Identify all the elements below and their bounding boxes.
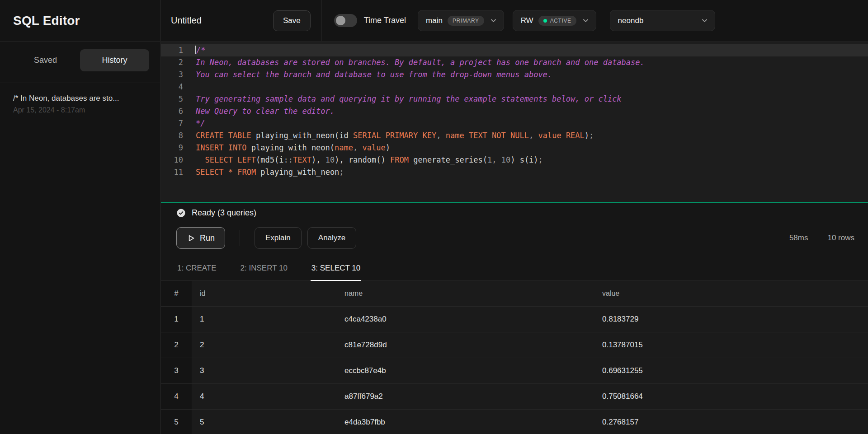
result-tab[interactable]: 1: CREATE (176, 260, 217, 280)
explain-button[interactable]: Explain (255, 227, 302, 249)
table-cell: 1 (192, 315, 336, 324)
line-number: 8 (161, 130, 189, 142)
column-header: id (192, 289, 336, 298)
code-text: SELECT LEFT(md5(i::TEXT), 10), random() … (189, 154, 543, 166)
code-line[interactable]: 1/* (161, 44, 868, 56)
lower-panel: Ready (3 queries) Run Explain Analyze 58… (161, 203, 868, 434)
query-duration: 58ms (789, 233, 808, 243)
toolbar: Untitled Save Time Travel main PRIMARY R… (161, 0, 868, 42)
code-line[interactable]: 9INSERT INTO playing_with_neon(name, val… (161, 142, 868, 154)
table-row[interactable]: 44a87ff679a20.75081664 (161, 384, 868, 410)
sidebar-tab-history[interactable]: History (80, 49, 149, 71)
table-row[interactable]: 22c81e728d9d0.13787015 (161, 332, 868, 358)
column-header: value (594, 289, 868, 298)
active-badge: ACTIVE (538, 16, 576, 26)
line-number: 4 (161, 81, 189, 93)
row-number: 1 (161, 307, 192, 332)
table-cell: 5 (192, 418, 336, 427)
history-list: /* In Neon, databases are sto...Apr 15, … (0, 83, 160, 125)
actions-row: Run Explain Analyze 58ms 10 rows (161, 227, 868, 249)
code-text: SELECT * FROM playing_with_neon; (189, 166, 344, 178)
line-number: 9 (161, 142, 189, 154)
code-editor[interactable]: 1/*2In Neon, databases are stored on bra… (161, 42, 868, 202)
code-text (189, 81, 196, 93)
line-number: 1 (161, 44, 189, 56)
results-body: 11c4ca4238a00.818372922c81e728d9d0.13787… (161, 307, 868, 434)
editor-lines: 1/*2In Neon, databases are stored on bra… (161, 44, 868, 178)
time-travel-toggle[interactable] (334, 14, 357, 27)
code-line[interactable]: 8CREATE TABLE playing_with_neon(id SERIA… (161, 130, 868, 142)
history-item-preview: /* In Neon, databases are sto... (13, 94, 147, 103)
sidebar-header: SQL Editor (0, 0, 160, 42)
result-tab[interactable]: 3: SELECT 10 (311, 260, 361, 280)
code-text: INSERT INTO playing_with_neon(name, valu… (189, 142, 390, 154)
table-row[interactable]: 33eccbc87e4b0.69631255 (161, 358, 868, 384)
code-line[interactable]: 5Try generating sample data and querying… (161, 93, 868, 105)
code-line[interactable]: 11SELECT * FROM playing_with_neon; (161, 166, 868, 178)
column-header: name (336, 289, 594, 298)
time-travel-label: Time Travel (364, 16, 406, 25)
code-text: CREATE TABLE playing_with_neon(id SERIAL… (189, 130, 594, 142)
code-line[interactable]: 4 (161, 81, 868, 93)
line-number: 7 (161, 117, 189, 130)
column-header: # (161, 281, 192, 306)
row-number: 3 (161, 358, 192, 383)
row-number: 4 (161, 384, 192, 409)
history-item-date: Apr 15, 2024 - 8:17am (13, 106, 147, 114)
table-cell: c4ca4238a0 (336, 315, 594, 324)
active-badge-label: ACTIVE (550, 18, 571, 24)
code-text: You can select the branch and database t… (189, 69, 552, 81)
line-number: 10 (161, 154, 189, 166)
table-cell: 0.2768157 (594, 418, 868, 427)
code-line[interactable]: 3You can select the branch and database … (161, 69, 868, 81)
toggle-knob (336, 16, 345, 25)
row-number: 2 (161, 332, 192, 358)
page-title: SQL Editor (13, 14, 80, 28)
code-line[interactable]: 2In Neon, databases are stored on branch… (161, 56, 868, 69)
table-cell: 0.13787015 (594, 341, 868, 350)
save-button[interactable]: Save (273, 10, 311, 31)
code-text: Try generating sample data and querying … (189, 93, 622, 105)
active-status-dot (543, 19, 547, 23)
editor-results-divider (161, 202, 868, 203)
play-icon (187, 234, 195, 243)
database-name: neondb (618, 16, 644, 25)
status-message: Ready (3 queries) (192, 208, 256, 218)
actions-divider (240, 230, 240, 246)
line-number: 3 (161, 69, 189, 81)
table-cell: 0.69631255 (594, 366, 868, 375)
table-row[interactable]: 55e4da3b7fbb0.2768157 (161, 410, 868, 434)
branch-selector[interactable]: main PRIMARY (418, 10, 504, 31)
history-item[interactable]: /* In Neon, databases are sto...Apr 15, … (0, 83, 160, 125)
table-cell: 0.8183729 (594, 315, 868, 324)
result-tab[interactable]: 2: INSERT 10 (240, 260, 288, 280)
table-cell: e4da3b7fbb (336, 418, 594, 427)
check-circle-icon (176, 208, 186, 218)
run-button[interactable]: Run (176, 227, 225, 249)
query-title[interactable]: Untitled (171, 15, 264, 26)
database-selector[interactable]: neondb (610, 10, 715, 31)
sidebar-tab-saved[interactable]: Saved (11, 49, 80, 71)
sidebar-tabs: SavedHistory (11, 49, 149, 71)
chevron-down-icon (700, 16, 709, 25)
line-number: 11 (161, 166, 189, 178)
run-label: Run (200, 233, 215, 243)
sql-editor-app: SQL Editor SavedHistory /* In Neon, data… (0, 0, 868, 434)
table-row[interactable]: 11c4ca4238a00.8183729 (161, 307, 868, 332)
compute-name: RW (521, 16, 533, 25)
primary-badge: PRIMARY (448, 16, 484, 26)
code-line[interactable]: 10 SELECT LEFT(md5(i::TEXT), 10), random… (161, 154, 868, 166)
table-cell: 2 (192, 341, 336, 350)
code-text: In Neon, databases are stored on branche… (189, 56, 645, 69)
code-line[interactable]: 6New Query to clear the editor. (161, 105, 868, 117)
status-bar: Ready (3 queries) (161, 203, 868, 218)
analyze-button[interactable]: Analyze (307, 227, 356, 249)
compute-selector[interactable]: RW ACTIVE (513, 10, 596, 31)
toolbar-divider (321, 0, 322, 41)
code-line[interactable]: 7*/ (161, 117, 868, 130)
code-text: */ (189, 117, 205, 130)
sidebar: SQL Editor SavedHistory /* In Neon, data… (0, 0, 160, 434)
table-cell: a87ff679a2 (336, 392, 594, 401)
table-cell: 0.75081664 (594, 392, 868, 401)
table-cell: eccbc87e4b (336, 366, 594, 375)
